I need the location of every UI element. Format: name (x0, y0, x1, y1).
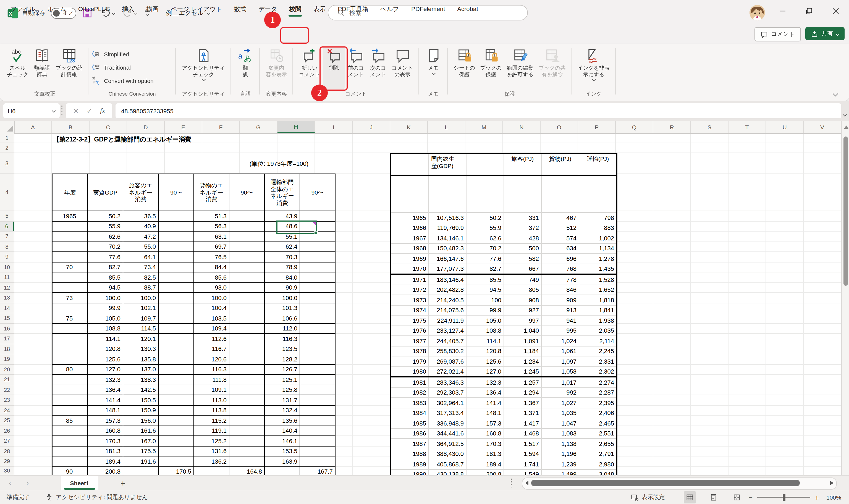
cell-F5[interactable]: 51.3 (194, 211, 229, 221)
enter-formula-icon[interactable]: ✓ (87, 107, 92, 115)
cell-C21[interactable]: 132.3 (88, 374, 123, 385)
column-header-O[interactable]: O (541, 121, 578, 133)
cell-D12[interactable]: 88.7 (123, 282, 158, 293)
column-header-N[interactable]: N (503, 121, 541, 133)
cell-E25[interactable] (158, 415, 194, 426)
left-table-header-E4[interactable]: 90 ~ (158, 174, 194, 211)
cell-L5[interactable]: 107,516.3 (429, 213, 466, 223)
cell-C13[interactable]: 100.0 (88, 293, 123, 303)
cell-N16[interactable]: 1,040 (504, 325, 541, 336)
cell-F14[interactable]: 100.4 (194, 303, 229, 313)
cell-O29[interactable]: 1,239 (541, 459, 579, 469)
cell-O6[interactable]: 512 (541, 223, 579, 233)
cell-G19[interactable] (229, 354, 265, 364)
row-header-19[interactable]: 19 (0, 354, 14, 364)
column-header-S[interactable]: S (691, 121, 728, 133)
cell-O28[interactable]: 1,196 (541, 449, 579, 459)
cell-N9[interactable]: 582 (504, 253, 541, 264)
cell-K22[interactable]: 1982 (391, 388, 429, 398)
row-header-18[interactable]: 18 (0, 344, 14, 354)
cell-E30[interactable]: 170.5 (158, 466, 194, 475)
cell-H20[interactable]: 126.7 (265, 364, 300, 374)
cell-M14[interactable]: 99.9 (466, 305, 504, 315)
cell-I8[interactable] (300, 241, 335, 252)
cell-L24[interactable]: 317,313.4 (429, 408, 466, 418)
cell-E19[interactable] (158, 354, 194, 364)
row-header-12[interactable]: 12 (0, 283, 14, 293)
tab-挿入[interactable]: 挿入 (116, 0, 140, 18)
cell-K19[interactable]: 1979 (391, 356, 429, 366)
cell-B10[interactable]: 70 (52, 262, 88, 272)
row-header-9[interactable]: 9 (0, 252, 14, 262)
cell-G17[interactable] (229, 334, 265, 344)
tab-ホーム[interactable]: ホーム (41, 0, 72, 18)
cell-N23[interactable]: 1,367 (504, 398, 541, 408)
cell-F23[interactable]: 113.0 (194, 395, 229, 405)
cell-B11[interactable] (52, 272, 88, 282)
cell-O26[interactable]: 1,083 (541, 428, 579, 438)
view-page-break-button[interactable] (731, 490, 743, 504)
right-table-header-P3[interactable]: 運輸(PJ) (579, 154, 617, 175)
cell-E22[interactable] (158, 385, 194, 395)
cell-M10[interactable]: 82.7 (466, 264, 504, 274)
cell-C11[interactable]: 85.5 (88, 272, 123, 282)
cell-L8[interactable]: 150,482.3 (429, 243, 466, 253)
cell-L23[interactable]: 302,964.1 (429, 398, 466, 408)
cell-O5[interactable]: 467 (541, 213, 579, 223)
row-header-22[interactable]: 22 (0, 385, 14, 395)
cell-G6[interactable] (229, 221, 265, 231)
cell-C8[interactable]: 70.2 (88, 241, 123, 252)
cell-E7[interactable] (158, 231, 194, 241)
ribbon-button-convert-with-option[interactable]: 繁简Convert with option (92, 74, 173, 87)
cell-K7[interactable]: 1967 (391, 233, 429, 243)
cell-P21[interactable]: 2,274 (579, 377, 617, 388)
cell-O12[interactable]: 846 (541, 285, 579, 295)
cell-K15[interactable]: 1975 (391, 315, 429, 325)
tab-PDF工具箱[interactable]: PDF工具箱 (332, 0, 374, 18)
cell-M30[interactable]: 200.8 (466, 469, 504, 475)
cell-M24[interactable]: 148.1 (466, 408, 504, 418)
ribbon-button-新しいコメント[interactable]: 新しい コメント (296, 47, 323, 89)
cell-N29[interactable]: 1,741 (504, 459, 541, 469)
cell-L20[interactable]: 272,021.4 (429, 366, 466, 377)
cell-P4[interactable] (579, 175, 617, 213)
cell-H13[interactable]: 100.0 (265, 293, 300, 303)
cell-G20[interactable] (229, 364, 265, 374)
cell-C14[interactable]: 99.9 (88, 303, 123, 313)
name-box[interactable]: H6 (3, 103, 60, 118)
left-table-header-F4[interactable]: 貨物のエ ネルギー 消費 (194, 174, 229, 211)
cell-C6[interactable]: 55.9 (88, 221, 123, 231)
cell-F20[interactable]: 116.3 (194, 364, 229, 374)
cell-F12[interactable]: 93.0 (194, 282, 229, 293)
zoom-out-button[interactable]: − (748, 490, 753, 504)
cell-H21[interactable]: 125.1 (265, 374, 300, 385)
cell-D19[interactable]: 135.8 (123, 354, 158, 364)
cell-L12[interactable]: 202,482.8 (429, 285, 466, 295)
cell-O27[interactable]: 1,138 (541, 438, 579, 449)
cell-L19[interactable]: 269,087.6 (429, 356, 466, 366)
cell-L16[interactable]: 233,127.4 (429, 325, 466, 336)
cell-N26[interactable]: 1,468 (504, 428, 541, 438)
cell-N30[interactable]: 1,549 (504, 469, 541, 475)
cell-H30[interactable] (265, 466, 300, 475)
ribbon-button-次のコメント[interactable]: 次のコ メント (367, 47, 389, 89)
cell-D23[interactable]: 150.5 (123, 395, 158, 405)
close-button[interactable] (825, 0, 847, 22)
cell-I11[interactable] (300, 272, 335, 282)
horizontal-scrollbar[interactable] (522, 478, 837, 490)
ribbon-button-前のコメント[interactable]: 前のコ メント (345, 47, 367, 89)
cell-M20[interactable]: 127.0 (466, 366, 504, 377)
row-header-8[interactable]: 8 (0, 242, 14, 252)
cell-N18[interactable]: 1,184 (504, 346, 541, 356)
cell-O13[interactable]: 909 (541, 295, 579, 305)
column-header-P[interactable]: P (578, 121, 616, 133)
cell-D16[interactable]: 114.5 (123, 323, 158, 334)
tab-ページ レイアウト[interactable]: ページ レイアウト (165, 0, 228, 18)
cell-O16[interactable]: 995 (541, 325, 579, 336)
cell-I12[interactable] (300, 282, 335, 293)
cell-P5[interactable]: 798 (579, 213, 617, 223)
cell-G28[interactable] (229, 446, 265, 456)
cell-M4[interactable] (466, 175, 504, 213)
cell-I5[interactable] (300, 211, 335, 221)
cell-F21[interactable]: 111.8 (194, 374, 229, 385)
